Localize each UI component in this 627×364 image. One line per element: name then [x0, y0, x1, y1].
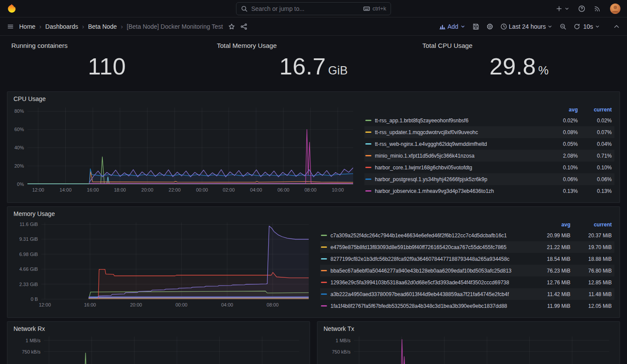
dashboard-grid: Running containers 110 Total Memory Usag…	[0, 36, 627, 364]
series-name[interactable]: harbor_core.1.lwjmr168g6chbvi05votofdtg	[375, 165, 472, 171]
favorite-button[interactable]	[228, 23, 235, 30]
dashboard-toolbar: › Home › Dashboards › Beta Node › [Beta …	[0, 17, 627, 36]
svg-text:1 MB/s: 1 MB/s	[26, 338, 41, 343]
breadcrumb-item[interactable]: Home	[19, 23, 35, 30]
memory-usage-chart[interactable]: 12:0016:0020:0000:0004:0008:000 B2.33 Gi…	[13, 220, 314, 310]
series-toggle[interactable]: minio_minio.1.xfpt11d5d6v5jc366k41nzosa	[364, 153, 550, 159]
stat-value: 110	[88, 53, 126, 80]
series-current-value: 12.05 MiB	[573, 303, 614, 309]
breadcrumb-item[interactable]: Dashboards	[45, 23, 78, 30]
grafana-logo[interactable]	[6, 3, 17, 14]
svg-text:60%: 60%	[14, 127, 24, 132]
series-name[interactable]: c7a309a252f4dc264c7944b1ee46634e6efed46f…	[330, 233, 507, 239]
series-toggle[interactable]: e4759e875b8fd13f83093d8e591bb9f40ff72616…	[320, 244, 535, 250]
svg-text:750 kB/s: 750 kB/s	[332, 349, 351, 354]
dashboard-settings-button[interactable]	[486, 23, 493, 30]
caret-down-icon	[595, 24, 600, 29]
series-toggle[interactable]: bba5ec67a6ebf0a50446277a940e43b128eb0aa6…	[320, 268, 535, 274]
series-toggle[interactable]: tt-rss_updater.1.mqgcdwotrvcj8xf0vi9uveo…	[364, 129, 550, 135]
panel-title: Memory Usage	[13, 209, 614, 220]
save-dashboard-button[interactable]	[472, 23, 479, 30]
top-nav: ctrl+k	[0, 0, 627, 17]
series-name[interactable]: tt-rss_updater.1.mqgcdwotrvcj8xf0vi9uveo…	[375, 129, 478, 135]
new-menu-button[interactable]	[556, 5, 570, 12]
series-color-swatch	[321, 258, 327, 260]
search-input[interactable]	[251, 5, 360, 12]
refresh-interval-picker[interactable]: 10s	[583, 23, 600, 30]
series-current-value: 19.70 MiB	[573, 244, 614, 250]
svg-text:16:00: 16:00	[87, 187, 99, 192]
series-toggle[interactable]: harbor_postgresql.1.ys34hyhj42666fpjsk5z…	[364, 176, 550, 182]
series-color-swatch	[321, 270, 327, 271]
series-current-value: 0.10%	[580, 165, 614, 171]
svg-text:04:00: 04:00	[250, 187, 262, 192]
svg-text:22:00: 22:00	[169, 187, 181, 192]
breadcrumb-item[interactable]: [Beta Node] Docker Monitoring Test	[127, 23, 223, 30]
series-name[interactable]: a3b222a4950aed33780097bead6013f44d9eb443…	[330, 291, 509, 297]
series-name[interactable]: harbor_postgresql.1.ys34hyhj42666fpjsk5z…	[375, 176, 487, 182]
kiosk-mode-button[interactable]	[613, 23, 620, 30]
stat-panel-total-cpu: Total CPU Usage 29.8 %	[418, 39, 620, 88]
series-toggle[interactable]: 12936e29c5fa3994103b5318aa62d0d68e5cf3d3…	[320, 280, 535, 286]
series-toggle[interactable]: harbor_jobservice.1.mheav9vg3d4p73eb4636…	[364, 188, 550, 194]
series-name[interactable]: harbor_jobservice.1.mheav9vg3d4p73eb4636…	[375, 188, 494, 194]
help-button[interactable]	[578, 5, 585, 12]
series-toggle[interactable]: tt-rss_app.1.brbt8fq5zayeeohonf9snbsf6	[364, 118, 550, 124]
series-name[interactable]: bba5ec67a6ebf0a50446277a940e43b128eb0aa6…	[330, 268, 512, 274]
series-toggle[interactable]: harbor_core.1.lwjmr168g6chbvi05votofdtg	[364, 165, 550, 171]
series-toggle[interactable]: tt-rss_web-nginx.1.e4vgggh62ldq9wmddimfh…	[364, 141, 550, 147]
series-current-value: 0.06%	[580, 176, 614, 182]
keyboard-icon	[363, 5, 370, 12]
series-toggle[interactable]: 8277199cf82e1b3dfc56b228fca92f9a36460784…	[320, 256, 535, 262]
stat-value: 29.8	[489, 53, 536, 80]
legend-row: minio_minio.1.xfpt11d5d6v5jc366k41nzosa …	[364, 150, 614, 162]
time-range-picker[interactable]: Last 24 hours	[500, 23, 553, 30]
series-name[interactable]: e4759e875b8fd13f83093d8e591bb9f40ff72616…	[330, 244, 506, 250]
legend-current-header[interactable]: current	[573, 222, 614, 228]
series-current-value: 18.88 MiB	[573, 256, 614, 262]
news-button[interactable]	[594, 5, 601, 12]
plus-icon	[556, 5, 563, 12]
svg-text:02:00: 02:00	[223, 187, 235, 192]
legend-avg-header[interactable]: avg	[550, 107, 580, 113]
grafana-logo-icon	[6, 3, 17, 14]
breadcrumb-separator: ›	[39, 23, 41, 30]
series-toggle[interactable]: a3b222a4950aed33780097bead6013f44d9eb443…	[320, 291, 535, 297]
zoom-out-button[interactable]	[560, 23, 566, 30]
legend-avg-header[interactable]: avg	[535, 222, 573, 228]
series-toggle[interactable]: c7a309a252f4dc264c7944b1ee46634e6efed46f…	[320, 233, 535, 239]
network-rx-chart[interactable]: 1 MB/s750 kB/s	[13, 335, 304, 364]
legend-current-header[interactable]: current	[580, 107, 614, 113]
series-name[interactable]: tt-rss_web-nginx.1.e4vgggh62ldq9wmddimfh…	[375, 141, 487, 147]
global-search[interactable]: ctrl+k	[236, 2, 391, 15]
stat-panel-running-containers: Running containers 110	[7, 39, 209, 88]
stat-title: Total CPU Usage	[422, 42, 616, 49]
series-color-swatch	[365, 179, 371, 180]
series-color-swatch	[321, 235, 327, 236]
network-tx-chart[interactable]: 1 MB/s750 kB/s	[323, 335, 614, 364]
caret-down-icon	[460, 24, 465, 29]
svg-text:12:00: 12:00	[39, 302, 51, 307]
cpu-usage-chart[interactable]: 12:0014:0016:0018:0020:0022:0000:0002:00…	[13, 105, 358, 195]
series-name[interactable]: 8277199cf82e1b3dfc56b228fca92f9a36460784…	[330, 256, 509, 262]
share-button[interactable]	[240, 23, 247, 30]
series-current-value: 0.13%	[580, 188, 614, 194]
series-toggle[interactable]: 1fa1f4b8f2767fa5f67bfedb53250528a4b348c3…	[320, 303, 535, 309]
series-color-swatch	[365, 155, 371, 156]
search-shortcut-label: ctrl+k	[373, 5, 386, 12]
series-name[interactable]: minio_minio.1.xfpt11d5d6v5jc366k41nzosa	[375, 153, 475, 159]
series-avg-value: 20.99 MiB	[535, 233, 573, 239]
series-name[interactable]: tt-rss_app.1.brbt8fq5zayeeohonf9snbsf6	[375, 118, 469, 124]
svg-text:00:00: 00:00	[175, 302, 188, 307]
series-avg-value: 0.05%	[550, 141, 580, 147]
series-name[interactable]: 1fa1f4b8f2767fa5f67bfedb53250528a4b348c3…	[330, 303, 507, 309]
add-panel-button[interactable]: Add	[439, 23, 465, 30]
breadcrumb-item[interactable]: Beta Node	[88, 23, 117, 30]
mega-menu-button[interactable]	[7, 23, 14, 30]
series-color-swatch	[321, 246, 327, 248]
user-avatar-button[interactable]	[610, 3, 621, 14]
legend-row: tt-rss_app.1.brbt8fq5zayeeohonf9snbsf6 0…	[364, 115, 614, 126]
series-name[interactable]: 12936e29c5fa3994103b5318aa62d0d68e5cf3d3…	[330, 280, 509, 286]
time-range-label: Last 24 hours	[509, 23, 546, 30]
refresh-button[interactable]	[573, 23, 580, 30]
